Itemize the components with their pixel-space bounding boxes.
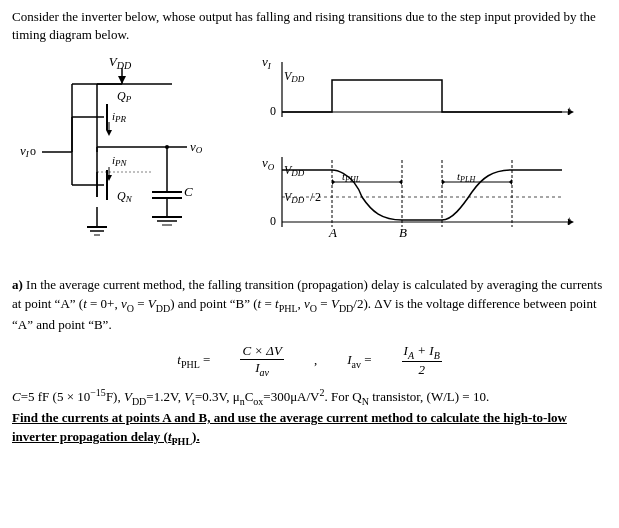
timing-diagrams: vI VDD 0 t vO VDD VDD / 2 <box>252 52 607 266</box>
svg-marker-55 <box>509 179 512 185</box>
formula-row: tPHL = C × ΔV Iav , Iav = IA + IB 2 <box>12 343 607 378</box>
t-label-bottom: t <box>567 213 571 228</box>
zero-vi-label: 0 <box>270 104 276 118</box>
params-text: C=5 fF (5 × 10−15F), VDD=1.2V, Vt=0.3V, … <box>12 386 607 409</box>
vo-label: vO <box>190 139 203 155</box>
vdd-label: VDD <box>109 54 132 71</box>
find-text: Find the currents at points A and B, and… <box>12 409 607 449</box>
svg-marker-1 <box>118 76 126 84</box>
iav-fraction: IA + IB 2 <box>402 343 442 378</box>
formula-numerator-1: C × ΔV <box>240 343 284 360</box>
bottom-text: C=5 fF (5 × 10−15F), VDD=1.2V, Vt=0.3V, … <box>12 386 607 449</box>
vi-timing-label: vI <box>262 54 272 71</box>
tphl-fraction: C × ΔV Iav <box>240 343 284 378</box>
vdd-vi-label: VDD <box>284 69 305 84</box>
tphl-label: tPHL <box>342 170 361 184</box>
svg-text:o: o <box>30 144 36 158</box>
ipr-label: iPR <box>112 110 127 124</box>
point-b-label: B <box>399 225 407 240</box>
zero-vo-label: 0 <box>270 214 276 228</box>
circuit-svg: VDD QP iPR <box>12 52 232 262</box>
cap-label: C <box>184 184 193 199</box>
qp-label: QP <box>117 89 132 104</box>
formula-denominator-2: 2 <box>416 362 427 378</box>
tphl-formula-label: tPHL = <box>177 352 210 370</box>
formula-numerator-2: IA + IB <box>402 343 442 362</box>
vo-timing-label: vO <box>262 155 275 172</box>
section-a-text: a) In the average current method, the fa… <box>12 276 607 335</box>
find-label: Find the currents at points A and B, and… <box>12 410 567 444</box>
svg-marker-50 <box>399 179 402 185</box>
intro-text: Consider the inverter below, whose outpu… <box>12 8 607 44</box>
ipn-label: iPN <box>112 154 128 168</box>
svg-marker-54 <box>442 179 445 185</box>
iav-formula-label: Iav = <box>347 352 371 370</box>
section-a-label: a) <box>12 277 23 292</box>
svg-marker-49 <box>332 179 335 185</box>
timing-svg: vI VDD 0 t vO VDD VDD / 2 <box>252 52 592 262</box>
vi-label: vI <box>20 143 30 159</box>
svg-marker-12 <box>106 130 112 136</box>
qn-label: QN <box>117 189 133 204</box>
vdd2-vo-label: VDD <box>284 190 305 205</box>
svg-marker-41 <box>568 109 574 115</box>
formula-denominator-1: Iav <box>253 360 271 378</box>
formula-comma: , <box>314 352 317 368</box>
tplh-label: tPLH <box>457 170 476 184</box>
point-a-label: A <box>328 225 337 240</box>
circuit-diagram: VDD QP iPR <box>12 52 242 266</box>
